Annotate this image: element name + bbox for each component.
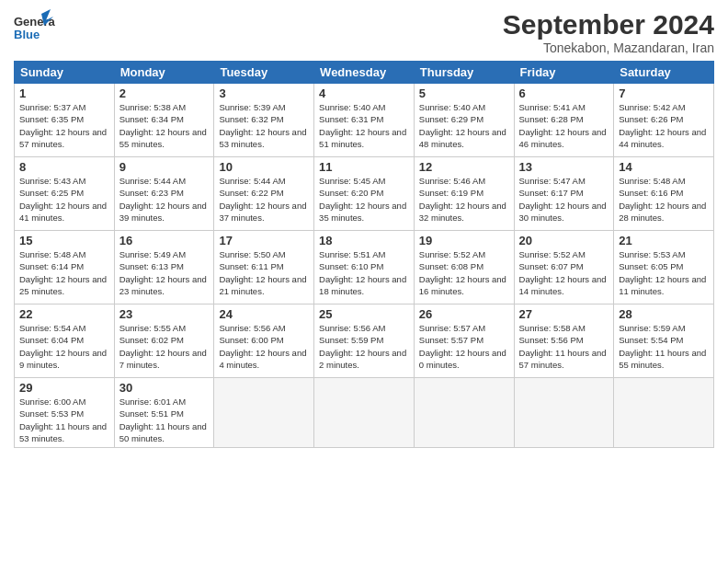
sunset-label: Sunset: 6:25 PM — [19, 188, 84, 198]
daylight-label: Daylight: 12 hours and 41 minutes. — [19, 201, 107, 223]
day-number: 29 — [19, 381, 109, 395]
day-number: 3 — [219, 86, 309, 100]
logo: General Blue — [14, 9, 55, 46]
day-info: Sunrise: 5:59 AM Sunset: 5:54 PM Dayligh… — [619, 322, 709, 371]
sunrise-label: Sunrise: 5:55 AM — [119, 323, 186, 333]
table-row — [314, 378, 415, 448]
sunset-label: Sunset: 5:53 PM — [19, 408, 84, 419]
daylight-label: Daylight: 12 hours and 7 minutes. — [119, 348, 207, 370]
day-number: 25 — [319, 307, 409, 321]
calendar-table: Sunday Monday Tuesday Wednesday Thursday… — [14, 61, 714, 448]
day-info: Sunrise: 5:40 AM Sunset: 6:31 PM Dayligh… — [319, 101, 409, 150]
sunset-label: Sunset: 5:56 PM — [519, 335, 584, 345]
day-number: 20 — [519, 234, 609, 247]
daylight-label: Daylight: 12 hours and 2 minutes. — [319, 348, 406, 370]
sunrise-label: Sunrise: 6:01 AM — [119, 396, 186, 407]
day-number: 13 — [519, 160, 609, 174]
day-info: Sunrise: 5:44 AM Sunset: 6:22 PM Dayligh… — [219, 175, 309, 224]
day-info: Sunrise: 5:50 AM Sunset: 6:11 PM Dayligh… — [219, 248, 309, 297]
sunset-label: Sunset: 6:14 PM — [19, 261, 84, 271]
col-tuesday: Tuesday — [214, 62, 314, 84]
day-info: Sunrise: 5:48 AM Sunset: 6:14 PM Dayligh… — [19, 248, 109, 297]
table-row: 5 Sunrise: 5:40 AM Sunset: 6:29 PM Dayli… — [414, 84, 514, 157]
sunrise-label: Sunrise: 6:00 AM — [19, 396, 85, 407]
table-row — [614, 378, 714, 448]
sunset-label: Sunset: 6:13 PM — [119, 261, 184, 271]
title-block: September 2024 Tonekabon, Mazandaran, Ir… — [503, 9, 714, 55]
day-info: Sunrise: 5:42 AM Sunset: 6:26 PM Dayligh… — [619, 101, 709, 150]
table-row: 9 Sunrise: 5:44 AM Sunset: 6:23 PM Dayli… — [114, 157, 214, 231]
sunset-label: Sunset: 6:31 PM — [319, 114, 383, 124]
col-thursday: Thursday — [414, 62, 514, 84]
calendar-week-row: 15 Sunrise: 5:48 AM Sunset: 6:14 PM Dayl… — [15, 231, 714, 304]
sunrise-label: Sunrise: 5:40 AM — [319, 102, 385, 112]
day-info: Sunrise: 5:53 AM Sunset: 6:05 PM Dayligh… — [619, 248, 709, 297]
day-info: Sunrise: 5:37 AM Sunset: 6:35 PM Dayligh… — [19, 101, 109, 150]
svg-text:Blue: Blue — [14, 28, 40, 41]
table-row: 2 Sunrise: 5:38 AM Sunset: 6:34 PM Dayli… — [114, 84, 214, 157]
daylight-label: Daylight: 12 hours and 32 minutes. — [419, 201, 506, 223]
daylight-label: Daylight: 11 hours and 57 minutes. — [519, 348, 607, 370]
sunset-label: Sunset: 6:16 PM — [619, 188, 683, 198]
col-saturday: Saturday — [614, 62, 714, 84]
calendar-week-row: 29 Sunrise: 6:00 AM Sunset: 5:53 PM Dayl… — [15, 378, 714, 448]
day-info: Sunrise: 5:48 AM Sunset: 6:16 PM Dayligh… — [619, 175, 709, 224]
table-row: 14 Sunrise: 5:48 AM Sunset: 6:16 PM Dayl… — [614, 157, 714, 231]
sunrise-label: Sunrise: 5:40 AM — [419, 102, 485, 112]
day-info: Sunrise: 5:51 AM Sunset: 6:10 PM Dayligh… — [319, 248, 409, 297]
day-number: 15 — [19, 234, 109, 247]
day-info: Sunrise: 6:00 AM Sunset: 5:53 PM Dayligh… — [19, 396, 109, 444]
table-row: 28 Sunrise: 5:59 AM Sunset: 5:54 PM Dayl… — [614, 304, 714, 378]
day-info: Sunrise: 5:39 AM Sunset: 6:32 PM Dayligh… — [219, 101, 309, 150]
day-info: Sunrise: 5:58 AM Sunset: 5:56 PM Dayligh… — [519, 322, 609, 371]
col-sunday: Sunday — [15, 62, 115, 84]
calendar-week-row: 22 Sunrise: 5:54 AM Sunset: 6:04 PM Dayl… — [15, 304, 714, 378]
table-row: 13 Sunrise: 5:47 AM Sunset: 6:17 PM Dayl… — [514, 157, 614, 231]
calendar-week-row: 8 Sunrise: 5:43 AM Sunset: 6:25 PM Dayli… — [15, 157, 714, 231]
day-number: 21 — [619, 234, 709, 247]
day-number: 9 — [119, 160, 210, 174]
daylight-label: Daylight: 12 hours and 18 minutes. — [319, 274, 406, 296]
table-row: 17 Sunrise: 5:50 AM Sunset: 6:11 PM Dayl… — [214, 231, 314, 304]
daylight-label: Daylight: 12 hours and 11 minutes. — [619, 274, 706, 296]
sunset-label: Sunset: 6:17 PM — [519, 188, 584, 198]
sunset-label: Sunset: 6:23 PM — [119, 188, 184, 198]
table-row: 7 Sunrise: 5:42 AM Sunset: 6:26 PM Dayli… — [614, 84, 714, 157]
location-subtitle: Tonekabon, Mazandaran, Iran — [503, 40, 714, 55]
day-number: 30 — [119, 381, 210, 395]
day-info: Sunrise: 5:49 AM Sunset: 6:13 PM Dayligh… — [119, 248, 210, 297]
table-row: 15 Sunrise: 5:48 AM Sunset: 6:14 PM Dayl… — [15, 231, 115, 304]
day-info: Sunrise: 5:57 AM Sunset: 5:57 PM Dayligh… — [419, 322, 509, 371]
sunset-label: Sunset: 5:51 PM — [119, 408, 184, 419]
sunrise-label: Sunrise: 5:52 AM — [519, 249, 586, 259]
day-info: Sunrise: 6:01 AM Sunset: 5:51 PM Dayligh… — [119, 396, 210, 444]
daylight-label: Daylight: 12 hours and 48 minutes. — [419, 127, 506, 149]
day-info: Sunrise: 5:40 AM Sunset: 6:29 PM Dayligh… — [419, 101, 509, 150]
sunrise-label: Sunrise: 5:54 AM — [19, 323, 85, 333]
sunrise-label: Sunrise: 5:50 AM — [219, 249, 285, 259]
sunrise-label: Sunrise: 5:59 AM — [619, 323, 685, 333]
table-row: 27 Sunrise: 5:58 AM Sunset: 5:56 PM Dayl… — [514, 304, 614, 378]
sunrise-label: Sunrise: 5:47 AM — [519, 176, 586, 186]
day-number: 17 — [219, 234, 309, 247]
table-row: 3 Sunrise: 5:39 AM Sunset: 6:32 PM Dayli… — [214, 84, 314, 157]
sunrise-label: Sunrise: 5:44 AM — [119, 176, 186, 186]
day-info: Sunrise: 5:54 AM Sunset: 6:04 PM Dayligh… — [19, 322, 109, 371]
daylight-label: Daylight: 12 hours and 35 minutes. — [319, 201, 406, 223]
daylight-label: Daylight: 12 hours and 30 minutes. — [519, 201, 607, 223]
sunrise-label: Sunrise: 5:53 AM — [619, 249, 685, 259]
day-number: 28 — [619, 307, 709, 321]
sunrise-label: Sunrise: 5:48 AM — [619, 176, 685, 186]
daylight-label: Daylight: 12 hours and 23 minutes. — [119, 274, 207, 296]
day-info: Sunrise: 5:55 AM Sunset: 6:02 PM Dayligh… — [119, 322, 210, 371]
sunset-label: Sunset: 6:32 PM — [219, 114, 283, 124]
daylight-label: Daylight: 11 hours and 55 minutes. — [619, 348, 706, 370]
table-row: 4 Sunrise: 5:40 AM Sunset: 6:31 PM Dayli… — [314, 84, 415, 157]
day-number: 12 — [419, 160, 509, 174]
daylight-label: Daylight: 12 hours and 4 minutes. — [219, 348, 306, 370]
daylight-label: Daylight: 12 hours and 9 minutes. — [19, 348, 107, 370]
day-number: 1 — [19, 86, 109, 100]
day-info: Sunrise: 5:44 AM Sunset: 6:23 PM Dayligh… — [119, 175, 210, 224]
sunrise-label: Sunrise: 5:37 AM — [19, 102, 85, 112]
day-info: Sunrise: 5:46 AM Sunset: 6:19 PM Dayligh… — [419, 175, 509, 224]
